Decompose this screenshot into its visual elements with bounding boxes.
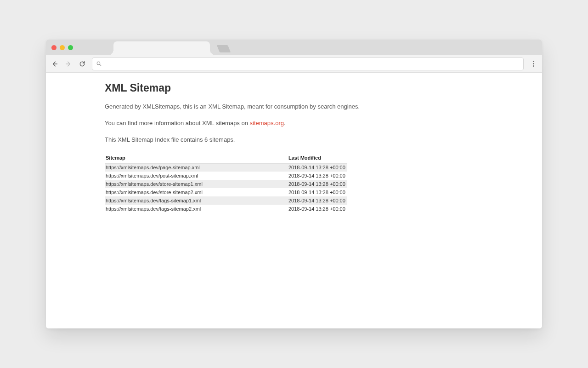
intro-paragraph-1: Generated by XMLSitemaps, this is an XML… xyxy=(105,103,447,111)
tab-strip xyxy=(46,40,542,55)
table-row: https://xmlsitemaps.dev/page-sitemap.xml… xyxy=(105,163,347,172)
sitemap-table-body: https://xmlsitemaps.dev/page-sitemap.xml… xyxy=(105,163,347,213)
table-row: https://xmlsitemaps.dev/store-sitemap2.x… xyxy=(105,188,347,196)
lastmod-cell: 2018-09-14 13:28 +00:00 xyxy=(288,172,347,180)
reload-button[interactable] xyxy=(78,60,86,68)
lastmod-cell: 2018-09-14 13:28 +00:00 xyxy=(288,188,347,196)
table-row: https://xmlsitemaps.dev/tags-sitemap2.xm… xyxy=(105,205,347,213)
search-icon xyxy=(96,61,102,67)
table-row: https://xmlsitemaps.dev/post-sitemap.xml… xyxy=(105,172,347,180)
browser-menu-button[interactable] xyxy=(529,59,537,69)
page-content: XML Sitemap Generated by XMLSitemaps, th… xyxy=(46,73,459,224)
lastmod-cell: 2018-09-14 13:28 +00:00 xyxy=(288,163,347,172)
arrow-right-icon xyxy=(65,60,72,68)
col-header-lastmod: Last Modified xyxy=(288,153,347,163)
minimize-window-button[interactable] xyxy=(60,45,65,50)
sitemap-url-cell[interactable]: https://xmlsitemaps.dev/store-sitemap2.x… xyxy=(105,188,288,196)
kebab-dot-icon xyxy=(533,63,534,64)
address-input[interactable] xyxy=(105,58,520,70)
kebab-dot-icon xyxy=(533,65,534,67)
intro-paragraph-3: This XML Sitemap Index file contains 6 s… xyxy=(105,136,447,144)
lastmod-cell: 2018-09-14 13:28 +00:00 xyxy=(288,180,347,188)
page-viewport[interactable]: XML Sitemap Generated by XMLSitemaps, th… xyxy=(46,73,542,328)
para2-prefix: You can find more information about XML … xyxy=(105,120,250,126)
browser-tab[interactable] xyxy=(113,41,210,55)
col-header-sitemap: Sitemap xyxy=(105,153,288,163)
table-row: https://xmlsitemaps.dev/store-sitemap1.x… xyxy=(105,180,347,188)
sitemaps-org-link[interactable]: sitemaps.org xyxy=(250,120,284,126)
svg-line-1 xyxy=(100,64,101,66)
arrow-left-icon xyxy=(51,60,58,68)
sitemap-url-cell[interactable]: https://xmlsitemaps.dev/tags-sitemap1.xm… xyxy=(105,196,288,205)
para2-suffix: . xyxy=(284,120,286,126)
intro-paragraph-2: You can find more information about XML … xyxy=(105,119,447,127)
close-window-button[interactable] xyxy=(51,45,57,50)
address-bar[interactable] xyxy=(92,58,524,70)
sitemap-url-cell[interactable]: https://xmlsitemaps.dev/post-sitemap.xml xyxy=(105,172,288,180)
sitemap-url-cell[interactable]: https://xmlsitemaps.dev/tags-sitemap2.xm… xyxy=(105,205,288,213)
browser-toolbar xyxy=(46,55,542,73)
table-row: https://xmlsitemaps.dev/tags-sitemap1.xm… xyxy=(105,196,347,205)
maximize-window-button[interactable] xyxy=(68,45,73,50)
lastmod-cell: 2018-09-14 13:28 +00:00 xyxy=(288,196,347,205)
page-title: XML Sitemap xyxy=(105,82,447,94)
sitemap-table: Sitemap Last Modified https://xmlsitemap… xyxy=(105,153,347,213)
reload-icon xyxy=(79,60,86,68)
svg-point-0 xyxy=(97,62,100,65)
table-header-row: Sitemap Last Modified xyxy=(105,153,347,163)
sitemap-url-cell[interactable]: https://xmlsitemaps.dev/store-sitemap1.x… xyxy=(105,180,288,188)
sitemap-url-cell[interactable]: https://xmlsitemaps.dev/page-sitemap.xml xyxy=(105,163,288,172)
lastmod-cell: 2018-09-14 13:28 +00:00 xyxy=(288,205,347,213)
new-tab-button[interactable] xyxy=(217,45,231,52)
window-controls xyxy=(51,45,73,50)
forward-button[interactable] xyxy=(64,60,73,68)
browser-window: XML Sitemap Generated by XMLSitemaps, th… xyxy=(46,40,542,328)
kebab-dot-icon xyxy=(533,61,534,62)
back-button[interactable] xyxy=(51,60,59,68)
